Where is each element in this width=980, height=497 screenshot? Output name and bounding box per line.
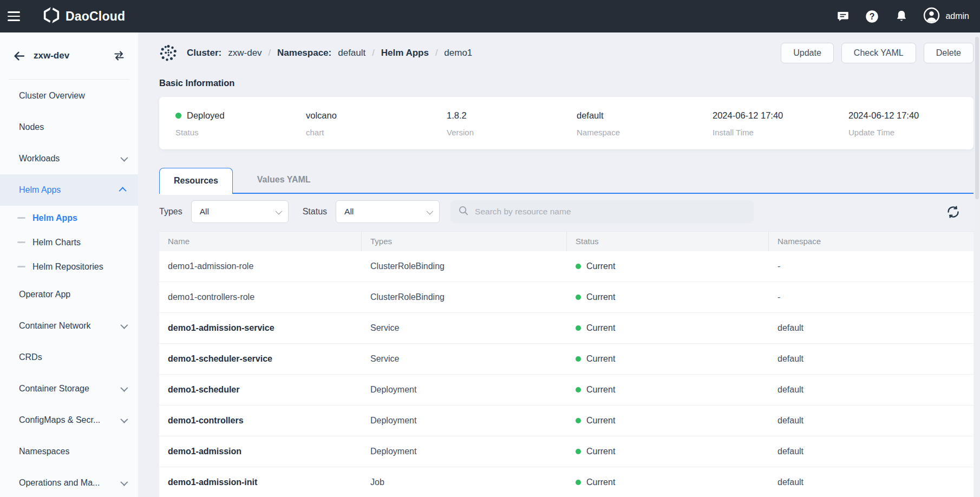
search-input[interactable] xyxy=(474,206,746,217)
chevron-down-icon xyxy=(275,207,282,214)
subitem-dash-icon xyxy=(17,241,25,243)
resource-name[interactable]: demo1-admission-init xyxy=(159,478,362,487)
breadcrumb-namespace[interactable]: Namespace: xyxy=(277,48,331,58)
types-select[interactable]: All xyxy=(191,200,289,223)
status-select-value: All xyxy=(344,207,354,217)
resource-namespace: - xyxy=(769,292,974,302)
status-text: Current xyxy=(586,323,615,333)
resource-type: Job xyxy=(362,478,567,487)
breadcrumb-cluster[interactable]: Cluster: xyxy=(187,48,221,58)
sidebar-item-nodes[interactable]: Nodes xyxy=(0,112,138,143)
check-yaml-button[interactable]: Check YAML xyxy=(841,43,916,63)
sidebar-item-label: Operations and Ma... xyxy=(19,478,100,488)
breadcrumb-demo1[interactable]: demo1 xyxy=(444,48,472,58)
types-filter-label: Types xyxy=(159,207,182,217)
svg-text:?: ? xyxy=(870,12,875,21)
back-arrow-icon[interactable] xyxy=(11,48,27,64)
sidebar-item-workloads[interactable]: Workloads xyxy=(0,143,138,174)
sidebar-item-container-storage[interactable]: Container Storage xyxy=(0,373,138,404)
breadcrumb-zxw-dev[interactable]: zxw-dev xyxy=(228,48,262,58)
avatar-icon xyxy=(923,7,940,26)
breadcrumb-default[interactable]: default xyxy=(338,48,365,58)
resource-name[interactable]: demo1-admission-service xyxy=(159,323,362,333)
chevron-down-icon xyxy=(120,154,128,162)
bell-icon[interactable] xyxy=(894,9,909,24)
table-row: demo1-admission-serviceServiceCurrentdef… xyxy=(159,313,974,344)
refresh-icon[interactable] xyxy=(945,204,961,220)
info-field-version: 1.8.2Version xyxy=(447,110,577,137)
tab-values-yaml[interactable]: Values YAML xyxy=(243,168,325,193)
sidebar-item-helm-apps-sub[interactable]: Helm Apps xyxy=(0,206,138,230)
brand-name: DaoCloud xyxy=(66,9,125,24)
resource-type: Deployment xyxy=(362,416,567,426)
resource-namespace: - xyxy=(769,261,974,271)
sidebar-item-crds[interactable]: CRDs xyxy=(0,342,138,373)
sidebar-item-helm-apps[interactable]: Helm Apps xyxy=(0,174,138,206)
sidebar-item-operator-app[interactable]: Operator App xyxy=(0,279,138,310)
sidebar-item-helm-repositories-sub[interactable]: Helm Repositories xyxy=(0,254,138,279)
cluster-name: zxw-dev xyxy=(34,50,69,61)
help-icon[interactable]: ? xyxy=(865,9,879,24)
resource-status: Current xyxy=(567,292,769,302)
status-select[interactable]: All xyxy=(336,200,440,223)
info-label: chart xyxy=(306,128,447,137)
table-row: demo1-controllers-roleClusterRoleBinding… xyxy=(159,282,974,313)
delete-button[interactable]: Delete xyxy=(924,43,974,63)
page-actions: Update Check YAML Delete xyxy=(781,43,974,63)
chevron-down-icon xyxy=(427,207,434,214)
breadcrumb-helm-apps[interactable]: Helm Apps xyxy=(381,48,429,58)
info-field-status: DeployedStatus xyxy=(175,110,306,137)
sidebar-header: zxw-dev xyxy=(0,32,138,79)
resource-namespace: default xyxy=(769,416,974,426)
sidebar-item-label: Workloads xyxy=(19,154,60,164)
info-label: Install Time xyxy=(713,128,848,137)
info-value: 1.8.2 xyxy=(447,110,577,121)
sidebar-item-label: Helm Repositories xyxy=(32,262,103,272)
status-dot xyxy=(576,418,581,423)
sidebar-item-cluster-overview[interactable]: Cluster Overview xyxy=(0,80,138,112)
basic-information-title: Basic Information xyxy=(159,78,974,88)
hamburger-icon[interactable] xyxy=(8,7,26,25)
resource-name[interactable]: demo1-scheduler xyxy=(159,385,362,395)
info-value: 2024-06-12 17:40 xyxy=(848,110,957,121)
breadcrumb-separator: / xyxy=(435,48,437,58)
status-filter-label: Status xyxy=(303,207,327,217)
sidebar-item-operations-and-ma[interactable]: Operations and Ma... xyxy=(0,467,138,497)
chevron-down-icon xyxy=(120,416,128,423)
sidebar-item-namespaces[interactable]: Namespaces xyxy=(0,436,138,467)
table-body: demo1-admission-roleClusterRoleBindingCu… xyxy=(159,251,974,497)
status-text: Current xyxy=(586,416,615,426)
resource-name[interactable]: demo1-admission xyxy=(159,447,362,456)
sidebar-item-label: Nodes xyxy=(19,122,44,132)
sidebar-item-configmaps-secr[interactable]: ConfigMaps & Secr... xyxy=(0,404,138,436)
resource-name[interactable]: demo1-controllers-role xyxy=(159,292,362,302)
info-field-namespace: defaultNamespace xyxy=(577,110,713,137)
sidebar-item-container-network[interactable]: Container Network xyxy=(0,310,138,342)
search-box xyxy=(450,200,754,223)
info-label: Status xyxy=(175,128,306,137)
resource-name[interactable]: demo1-admission-role xyxy=(159,261,362,271)
chat-icon[interactable] xyxy=(835,9,850,24)
table-header: NameTypesStatusNamespace xyxy=(159,231,974,251)
status-text: Current xyxy=(586,478,615,487)
column-header-types: Types xyxy=(362,232,567,251)
switch-cluster-icon[interactable] xyxy=(111,48,127,64)
topbar: DaoCloud ? admin xyxy=(0,0,980,32)
user-menu[interactable]: admin xyxy=(923,7,969,26)
info-value-text: 2024-06-12 17:40 xyxy=(848,110,919,121)
update-button[interactable]: Update xyxy=(781,43,834,63)
status-dot xyxy=(576,325,581,331)
sidebar-item-helm-charts-sub[interactable]: Helm Charts xyxy=(0,230,138,254)
tab-bar: ResourcesValues YAML xyxy=(159,168,974,194)
sidebar-item-label: Cluster Overview xyxy=(19,91,85,101)
chevron-up-icon xyxy=(119,187,127,194)
sidebar-item-label: CRDs xyxy=(19,352,42,362)
resource-name[interactable]: demo1-scheduler-service xyxy=(159,354,362,364)
scrollbar[interactable] xyxy=(974,32,980,497)
status-dot xyxy=(576,387,581,393)
status-dot xyxy=(576,264,581,269)
scrollbar-thumb[interactable] xyxy=(975,37,979,199)
tab-resources[interactable]: Resources xyxy=(159,168,233,194)
sidebar-item-label: Namespaces xyxy=(19,447,69,456)
resource-name[interactable]: demo1-controllers xyxy=(159,416,362,426)
